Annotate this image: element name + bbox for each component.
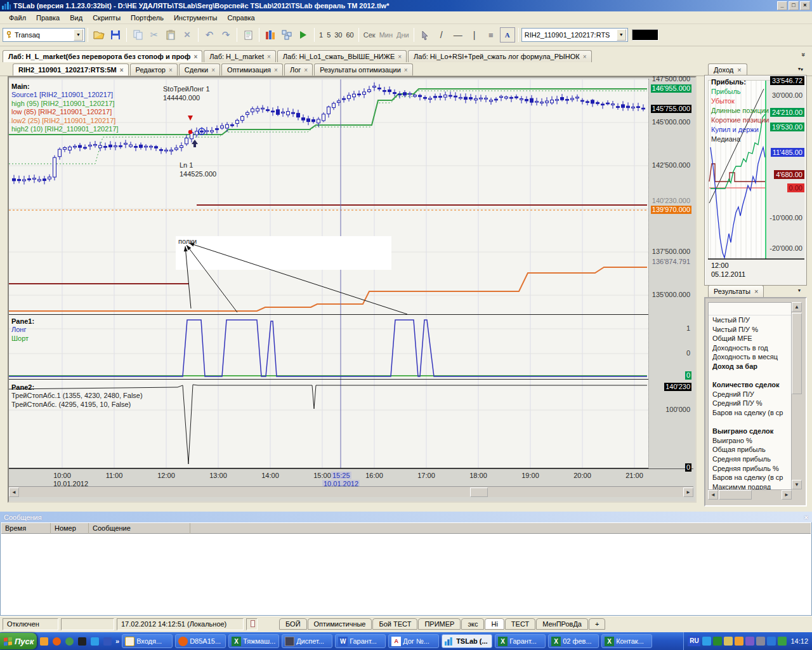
scroll-left-icon[interactable]: ◄ (9, 488, 19, 497)
sync-tray-icon[interactable] (767, 637, 776, 646)
tab-close-icon[interactable]: × (274, 67, 278, 74)
results-item-0[interactable]: Чистый П/У (709, 315, 791, 325)
results-dropdown-icon[interactable]: ▼ (794, 286, 804, 296)
language-indicator[interactable]: RU (688, 636, 700, 646)
title-bar[interactable]: TSLab (версия 1.1.23.0:32bit) - D:\НЕ УД… (0, 0, 812, 11)
tab-close-icon[interactable]: × (193, 53, 197, 60)
taskbar-window-2[interactable]: XТяжмаш... (228, 634, 279, 648)
tab-close-icon[interactable]: × (267, 53, 271, 60)
results-item-3[interactable]: Доходность в год (709, 343, 791, 353)
agent-tab-ПРИМЕР[interactable]: ПРИМЕР (418, 618, 461, 630)
results-item-8[interactable]: Средний П/У (709, 390, 791, 399)
taskbar-window-6[interactable]: TSLab (... (442, 634, 492, 648)
lab-tab-0[interactable]: Лаб: H_L_market(без переворота без стопо… (3, 50, 202, 62)
col-message[interactable]: Сообщение (89, 523, 190, 534)
tab-close-icon[interactable]: × (304, 67, 308, 74)
close-button[interactable]: × (800, 1, 810, 10)
agent-tab-экс[interactable]: экс (461, 618, 484, 630)
results-item-4[interactable]: Доходность в месяц (709, 352, 791, 362)
indicators-icon[interactable] (263, 27, 278, 43)
taskbar-window-5[interactable]: AДог №... (388, 634, 439, 648)
menu-item-4[interactable]: Портфель (126, 13, 169, 23)
doc-tab-5[interactable]: Результаты оптимизации× (314, 63, 413, 76)
results-item-10[interactable]: Баров на сделку (в ср (709, 408, 791, 418)
open-icon[interactable] (91, 27, 107, 43)
income-dropdown-icon[interactable]: ▼ (794, 65, 804, 74)
menu-item-5[interactable]: Инструменты (169, 13, 223, 23)
income-tab-close-icon[interactable]: × (737, 66, 741, 74)
tab-income[interactable]: Доход× (708, 63, 747, 76)
results-v-thumb[interactable] (792, 313, 802, 394)
results-item-12[interactable]: Выиграно сделок (709, 427, 791, 436)
results-item-14[interactable]: Общая прибыль (709, 445, 791, 454)
unit-min[interactable]: Мин (377, 31, 395, 39)
doc-tab-0[interactable]: RIH2_110901_120217:RTS:5M× (13, 63, 129, 76)
menu-item-3[interactable]: Скрипты (88, 13, 126, 23)
menu-item-1[interactable]: Правка (31, 13, 65, 23)
tslab-quicklaunch-icon[interactable] (89, 636, 100, 647)
copy-icon[interactable] (130, 27, 145, 43)
taskbar-window-9[interactable]: XКонтак... (601, 634, 652, 648)
results-tab-close-icon[interactable]: × (754, 288, 758, 295)
tslab-tray-icon[interactable] (702, 637, 711, 646)
media-quicklaunch-icon[interactable] (102, 636, 113, 647)
audio-tray-icon[interactable] (756, 637, 765, 646)
taskbar-window-3[interactable]: Диспет... (282, 634, 332, 648)
results-item-11[interactable] (709, 418, 791, 427)
agent-tab-+[interactable]: + (589, 618, 605, 630)
timeframe-1[interactable]: 1 (317, 31, 325, 39)
results-item-18[interactable]: Максимум подряд (709, 482, 791, 490)
doc-tab-1[interactable]: Редактор× (130, 63, 178, 76)
lab-tab-2[interactable]: Лаб: Hi_Lo1_сжать_ВЫШЕ_НИЖЕ× (277, 50, 407, 62)
agent-tab-Бой ТЕСТ[interactable]: Бой ТЕСТ (372, 618, 417, 630)
tray-clock[interactable]: 14:12 (790, 637, 808, 645)
results-item-17[interactable]: Баров на сделку (в ср (709, 473, 791, 482)
redo-icon[interactable]: ↷ (218, 27, 233, 43)
grid-tray-icon[interactable] (713, 637, 722, 646)
script-icon[interactable] (240, 27, 256, 43)
doc-tab-3[interactable]: Оптимизация× (221, 63, 283, 76)
results-v-scrollbar[interactable]: ▲ ▼ (792, 302, 802, 490)
minimize-button[interactable]: _ (777, 1, 787, 10)
agent-tab-Оптимистичные[interactable]: Оптимистичные (308, 618, 372, 630)
results-scroll-right-icon[interactable]: ► (782, 490, 792, 500)
tab-close-icon[interactable]: × (583, 53, 587, 60)
taskbar-window-4[interactable]: WГарант... (335, 634, 386, 648)
text-icon[interactable]: A (500, 27, 515, 43)
save-icon[interactable] (108, 27, 123, 43)
results-item-15[interactable]: Средняя прибыль (709, 454, 791, 464)
lab-tab-1[interactable]: Лаб: H_L_market× (204, 50, 276, 62)
menu-item-6[interactable]: Справка (223, 13, 260, 23)
scroll-thumb[interactable] (470, 488, 488, 497)
scroll-right-icon[interactable]: ► (683, 488, 693, 497)
antivirus-tray-icon[interactable] (778, 637, 787, 646)
agent-tab-БОЙ[interactable]: БОЙ (279, 618, 307, 630)
tab-close-icon[interactable]: × (404, 67, 408, 74)
chrome-quicklaunch-icon[interactable] (64, 636, 75, 647)
results-scroll-up-icon[interactable]: ▲ (792, 302, 802, 312)
unit-sec[interactable]: Сек (362, 31, 377, 39)
menu-item-0[interactable]: Файл (4, 13, 31, 23)
color-swatch[interactable] (632, 29, 658, 41)
tab-close-icon[interactable]: × (169, 67, 173, 74)
col-time[interactable]: Время (1, 523, 51, 534)
tab-overflow-icon[interactable]: » (800, 53, 808, 56)
cut-icon[interactable]: ✂ (147, 27, 162, 43)
main-chart[interactable] (9, 79, 648, 468)
agent-tab-Hi[interactable]: Hi (485, 618, 504, 630)
tab-close-icon[interactable]: × (398, 53, 402, 60)
results-h-scrollbar[interactable]: ◄ ► (708, 490, 792, 500)
results-list[interactable]: Чистый П/УЧистый П/У %Общий MFEДоходност… (708, 302, 792, 490)
time-axis[interactable]: 10:0011:0012:0013:0014:0015:0016:0017:00… (9, 468, 693, 486)
price-axis[interactable]: 147'500.000146'955.000145'755.000145'000… (648, 79, 693, 468)
start-button[interactable]: Пуск (0, 633, 37, 649)
run-icon[interactable] (296, 27, 311, 43)
taskbar-window-0[interactable]: Входя... (122, 634, 173, 648)
clock-quicklaunch-icon[interactable] (39, 636, 49, 647)
paste-icon[interactable] (163, 27, 178, 43)
lab-tab-3[interactable]: Лаб: Hi_Lo+RSI+Трей_сжать лог формула_РЫ… (408, 50, 591, 62)
usb-tray-icon[interactable] (745, 637, 754, 646)
results-item-5[interactable]: Доход за бар (709, 362, 791, 371)
taskbar-window-1[interactable]: D85A15... (175, 634, 226, 648)
firefox-quicklaunch-icon[interactable] (51, 636, 62, 647)
